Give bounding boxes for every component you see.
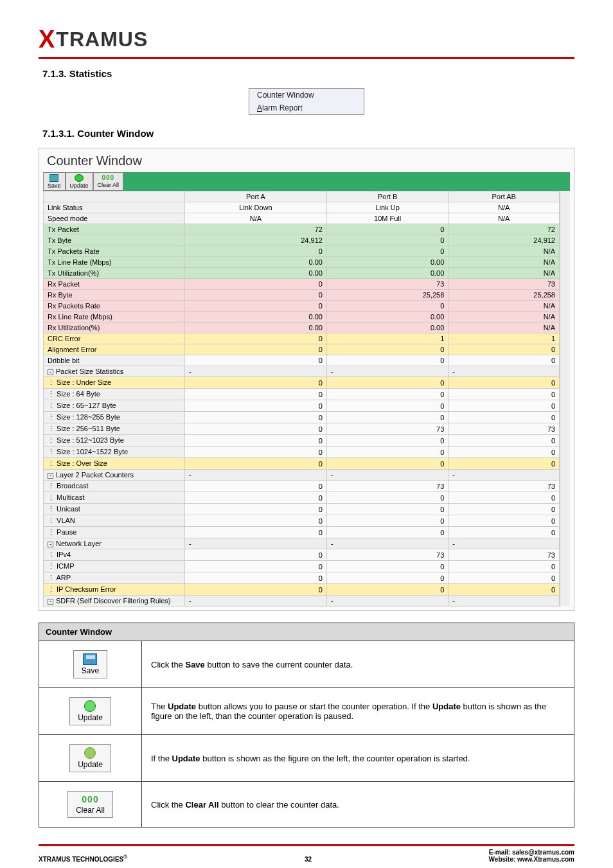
table-row: Rx Line Rate (Mbps)0.000.00N/A: [44, 312, 560, 323]
col-port-ab: Port AB: [449, 191, 560, 202]
info-button-box[interactable]: Update: [69, 744, 111, 772]
clear-icon: 000: [102, 174, 114, 181]
cell-value: 0: [449, 447, 560, 458]
table-row: ⋮ Size : 1024~1522 Byte000: [44, 447, 560, 458]
table-row: ⋮ Size : 64 Byte000: [44, 389, 560, 400]
table-row: ⋮ Size : 65~127 Byte000: [44, 400, 560, 412]
info-description: The Update button allows you to pause or…: [142, 688, 574, 735]
info-button-box[interactable]: Save: [73, 650, 107, 678]
info-button-label: Clear All: [76, 806, 105, 815]
cell-value: 0.00: [326, 312, 448, 323]
footer-email-label: E-mail:: [489, 849, 512, 856]
cell-value: 25,258: [449, 290, 560, 301]
update-icon: [75, 174, 84, 182]
cell-value: 0: [449, 504, 560, 515]
footer-email: sales@xtramus.com: [512, 849, 574, 856]
row-label: Speed mode: [44, 213, 185, 224]
cell-value: -: [449, 470, 560, 481]
cell-value: 0: [326, 389, 448, 400]
table-row: Link StatusLink DownLink UpN/A: [44, 202, 560, 213]
table-row: ⋮ IPv407373: [44, 549, 560, 561]
cell-value: 0.00: [185, 323, 327, 333]
save-icon: [49, 174, 58, 182]
toolbar-update-label: Update: [70, 182, 89, 189]
row-label: Tx Packets Rate: [44, 246, 185, 257]
footer-left: XTRAMUS TECHNOLOGIES®: [39, 854, 127, 863]
table-row: Tx Line Rate (Mbps)0.000.00N/A: [44, 257, 560, 268]
row-label: ⋮ Size : 64 Byte: [44, 389, 185, 400]
menu-alarm-report[interactable]: Alarm Report: [249, 102, 364, 114]
cell-value: 73: [449, 279, 560, 290]
toolbar-save-button[interactable]: Save: [43, 172, 66, 191]
info-row: SaveClick the Save button to save the cu…: [39, 641, 574, 688]
cell-value: 0: [449, 527, 560, 538]
row-label: -SDFR (Self Discover Filtering Rules): [44, 596, 185, 607]
row-label: ⋮ Size : 1024~1522 Byte: [44, 447, 185, 458]
cell-value: N/A: [449, 301, 560, 312]
row-label: Tx Packet: [44, 224, 185, 235]
context-menu: Counter Window Alarm Report: [249, 88, 364, 115]
table-row: ⋮ Multicast000: [44, 492, 560, 504]
cell-value: 0: [185, 527, 327, 538]
cell-value: 10M Full: [326, 213, 448, 224]
tree-toggle-icon[interactable]: -: [48, 369, 53, 375]
cell-value: N/A: [449, 202, 560, 213]
cell-value: 0: [185, 355, 327, 366]
menu-counter-window[interactable]: Counter Window: [249, 89, 364, 102]
tree-toggle-icon[interactable]: -: [48, 599, 53, 605]
row-label: ⋮ Multicast: [44, 492, 185, 504]
table-row: Tx Packet72072: [44, 224, 560, 235]
cell-value: 0: [326, 572, 448, 584]
cell-value: 0: [326, 400, 448, 412]
table-row: ⋮ Size : Over Size000: [44, 458, 560, 470]
toolbar-save-label: Save: [48, 182, 61, 189]
cell-value: 0: [185, 549, 327, 561]
cell-value: 73: [449, 481, 560, 492]
header-rule: [39, 57, 574, 59]
cell-value: 0: [326, 224, 448, 235]
cell-value: Link Up: [326, 202, 448, 213]
cell-value: 25,258: [326, 290, 448, 301]
update-start-icon: [84, 700, 96, 712]
row-label: ⋮ ICMP: [44, 561, 185, 572]
row-label: ⋮ VLAN: [44, 515, 185, 527]
vertical-scrollbar[interactable]: [560, 191, 570, 607]
row-label: Rx Line Rate (Mbps): [44, 312, 185, 323]
toolbar-clear-button[interactable]: 000 Clear All: [93, 172, 124, 191]
cell-value: 0: [185, 279, 327, 290]
row-label: Rx Byte: [44, 290, 185, 301]
cell-value: 0: [449, 492, 560, 504]
table-row: Rx Packets Rate00N/A: [44, 301, 560, 312]
info-icon-cell: Save: [39, 641, 142, 688]
footer-right: E-mail: sales@xtramus.com Website: www.X…: [489, 849, 574, 863]
section-title: 7.1.3. Statistics: [42, 68, 574, 79]
table-row: Speed modeN/A10M FullN/A: [44, 213, 560, 224]
table-row: ⋮ ARP000: [44, 572, 560, 584]
info-button-box[interactable]: 000Clear All: [67, 791, 113, 818]
cell-value: 0: [185, 290, 327, 301]
cell-value: 0.00: [326, 257, 448, 268]
cell-value: 0: [449, 400, 560, 412]
tree-toggle-icon[interactable]: -: [48, 473, 53, 479]
row-label: ⋮ Broadcast: [44, 481, 185, 492]
table-row: ⋮ Size : 512~1023 Byte000: [44, 435, 560, 447]
tree-toggle-icon[interactable]: -: [48, 542, 53, 547]
row-label: ⋮ IPv4: [44, 549, 185, 561]
info-button-box[interactable]: Update: [69, 697, 111, 725]
cell-value: -: [449, 538, 560, 549]
table-row: Tx Byte24,912024,912: [44, 235, 560, 246]
cell-value: N/A: [449, 257, 560, 268]
cell-value: 0: [326, 584, 448, 596]
footer-reg: ®: [123, 854, 127, 860]
toolbar-update-button[interactable]: Update: [66, 172, 93, 191]
footer-site-label: Website:: [489, 856, 517, 863]
cell-value: 0: [449, 412, 560, 423]
table-row: Dribble bit000: [44, 355, 560, 366]
cell-value: N/A: [449, 246, 560, 257]
cell-value: 73: [326, 481, 448, 492]
table-row: -Network Layer---: [44, 538, 560, 549]
row-label: Tx Line Rate (Mbps): [44, 257, 185, 268]
row-label: Rx Utilization(%): [44, 323, 185, 333]
row-label: Link Status: [44, 202, 185, 213]
cell-value: Link Down: [185, 202, 327, 213]
